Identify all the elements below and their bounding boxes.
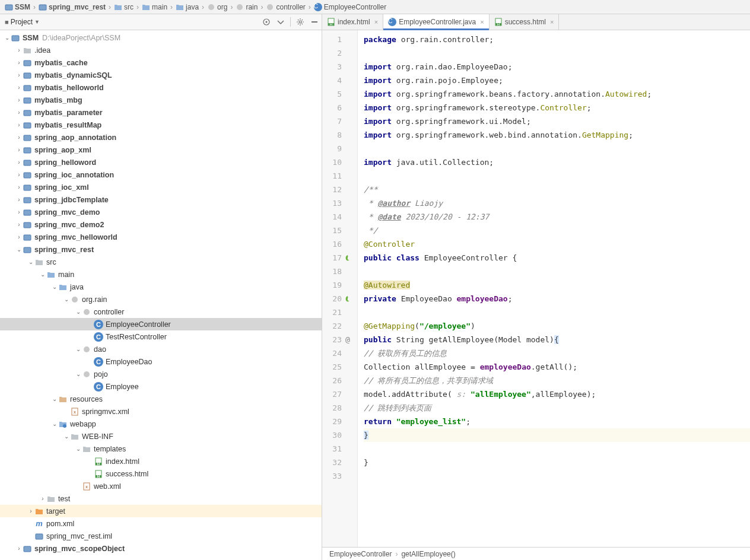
tree-item[interactable]: ›spring_helloword xyxy=(0,156,322,168)
expand-arrow-icon[interactable]: › xyxy=(15,109,23,116)
code-area[interactable]: package org.rain.controller;import org.r… xyxy=(358,30,750,547)
code-line[interactable] xyxy=(364,265,750,278)
code-line[interactable]: import org.springframework.stereotype.Co… xyxy=(364,101,750,114)
gutter-line[interactable]: 18 xyxy=(322,265,357,278)
gutter-line[interactable]: 19 xyxy=(322,278,357,292)
hide-icon[interactable] xyxy=(309,16,320,28)
expand-arrow-icon[interactable]: ⌄ xyxy=(15,246,23,253)
tree-item[interactable]: ⌄spring_mvc_rest xyxy=(0,243,322,256)
editor-breadcrumb[interactable]: EmployeeController › getAllEmployee() xyxy=(322,547,750,560)
gutter-line[interactable]: 3 xyxy=(322,60,357,74)
tree-item[interactable]: xspringmvc.xml xyxy=(0,405,322,418)
gutter-line[interactable]: 21 xyxy=(322,306,357,319)
gutter-line[interactable]: 1 xyxy=(322,33,357,46)
code-line[interactable]: import org.springframework.web.bind.anno… xyxy=(364,128,750,142)
expand-arrow-icon[interactable]: › xyxy=(39,495,46,502)
gutter-line[interactable]: 11 xyxy=(322,169,357,183)
tree-item[interactable]: ›spring_aop_annotation xyxy=(0,131,322,144)
expand-arrow-icon[interactable]: › xyxy=(15,545,23,552)
close-tab-icon[interactable]: × xyxy=(550,18,554,26)
gutter-line[interactable]: 22 xyxy=(322,319,357,333)
tree-item[interactable]: ›mybatis_cache xyxy=(0,56,322,69)
code-line[interactable]: model.addAttribute( s: "allEmployee",all… xyxy=(364,387,750,401)
code-line[interactable] xyxy=(364,169,750,183)
expand-arrow-icon[interactable]: ⌄ xyxy=(75,346,82,352)
gutter-line[interactable]: 15 xyxy=(322,224,357,237)
tree-item[interactable]: ⌄src xyxy=(0,256,322,268)
tree-item[interactable]: ›spring_ioc_annotation xyxy=(0,168,322,181)
tree-item[interactable]: ⌄controller xyxy=(0,306,322,318)
code-line[interactable]: return "employee_list"; xyxy=(364,415,750,428)
code-line[interactable]: Collection allEmployee = employeeDao.get… xyxy=(364,360,750,374)
expand-arrow-icon[interactable]: › xyxy=(15,47,23,53)
tree-item[interactable]: ›mybatis_mbg xyxy=(0,94,322,106)
code-line[interactable] xyxy=(364,469,750,483)
breadcrumb-item[interactable]: SSM xyxy=(4,3,31,11)
editor-tab[interactable]: CEmployeeController.java× xyxy=(383,14,490,30)
code-line[interactable]: * @author Liaojy xyxy=(364,196,750,210)
expand-arrow-icon[interactable]: › xyxy=(15,122,23,128)
locate-icon[interactable] xyxy=(260,16,272,28)
expand-arrow-icon[interactable]: ⌄ xyxy=(75,308,82,315)
gutter-line[interactable]: 26 xyxy=(322,374,357,387)
line-gutter[interactable]: 1234567891011121314151617181920212223@24… xyxy=(322,30,358,547)
code-line[interactable]: import org.springframework.beans.factory… xyxy=(364,87,750,101)
gutter-line[interactable]: 13 xyxy=(322,196,357,210)
gutter-line[interactable]: 7 xyxy=(322,114,357,128)
code-line[interactable]: @GetMapping("/employee") xyxy=(364,319,750,333)
expand-arrow-icon[interactable]: ⌄ xyxy=(39,271,46,278)
tree-item[interactable]: ⌄WEB-INF xyxy=(0,430,322,443)
expand-arrow-icon[interactable]: › xyxy=(15,221,23,228)
tree-item[interactable]: CTestRestController xyxy=(0,330,322,343)
gutter-line[interactable]: 14 xyxy=(322,210,357,224)
expand-arrow-icon[interactable]: › xyxy=(15,59,23,66)
gutter-line[interactable]: 16 xyxy=(322,237,357,251)
tree-item[interactable]: ›spring_mvc_demo2 xyxy=(0,218,322,231)
code-line[interactable]: @Controller xyxy=(364,237,750,251)
expand-arrow-icon[interactable]: ⌄ xyxy=(51,284,58,290)
tree-item[interactable]: ⌄resources xyxy=(0,393,322,405)
tree-item[interactable]: ⌄dao xyxy=(0,343,322,355)
expand-arrow-icon[interactable]: ⌄ xyxy=(75,371,82,377)
tree-item[interactable]: ⌄org.rain xyxy=(0,293,322,306)
tree-item[interactable]: ⌄SSMD:\ideaPorject\Apr\SSM xyxy=(0,31,322,44)
tree-item[interactable]: ›target xyxy=(0,505,322,517)
code-line[interactable]: private EmployeeDao employeeDao; xyxy=(364,292,750,306)
settings-icon[interactable] xyxy=(294,16,306,28)
tree-item[interactable]: Hindex.html xyxy=(0,455,322,467)
code-line[interactable]: @Autowired xyxy=(364,278,750,292)
breadcrumb-item[interactable]: rain xyxy=(234,3,259,11)
close-tab-icon[interactable]: × xyxy=(374,18,378,26)
code-line[interactable]: import org.rain.pojo.Employee; xyxy=(364,74,750,87)
code-line[interactable]: } xyxy=(364,428,750,442)
tree-item[interactable]: ⌄java xyxy=(0,281,322,293)
tree-item[interactable]: ›spring_mvc_demo xyxy=(0,206,322,218)
tree-item[interactable]: ›mybatis_dynamicSQL xyxy=(0,69,322,81)
tree-item[interactable]: ›spring_ioc_xml xyxy=(0,181,322,193)
tree-item[interactable]: CEmployeeDao xyxy=(0,355,322,368)
gutter-line[interactable]: 5 xyxy=(322,87,357,101)
expand-arrow-icon[interactable]: › xyxy=(15,97,23,103)
tree-item[interactable]: ⌄webapp xyxy=(0,418,322,430)
tree-item[interactable]: spring_mvc_rest.iml xyxy=(0,530,322,542)
expand-arrow-icon[interactable]: › xyxy=(15,84,23,91)
tree-item[interactable]: ›spring_mvc_scopeObject xyxy=(0,542,322,555)
breadcrumb-item[interactable]: CEmployeeController xyxy=(313,3,387,11)
code-line[interactable]: // 获取所有员工的信息 xyxy=(364,346,750,360)
tree-item[interactable]: xweb.xml xyxy=(0,480,322,492)
expand-arrow-icon[interactable]: › xyxy=(15,134,23,141)
gutter-line[interactable]: 2 xyxy=(322,46,357,60)
expand-arrow-icon[interactable]: › xyxy=(15,234,23,240)
gutter-line[interactable]: 9 xyxy=(322,142,357,155)
breadcrumb-item[interactable]: spring_mvc_rest xyxy=(37,3,107,11)
gutter-line[interactable]: 17 xyxy=(322,251,357,265)
expand-arrow-icon[interactable]: › xyxy=(15,196,23,203)
breadcrumb-item[interactable]: java xyxy=(174,3,200,11)
expand-arrow-icon[interactable]: ⌄ xyxy=(51,421,58,427)
gutter-line[interactable]: 25 xyxy=(322,360,357,374)
gutter-line[interactable]: 4 xyxy=(322,74,357,87)
code-line[interactable]: package org.rain.controller; xyxy=(364,33,750,46)
expand-icon[interactable] xyxy=(275,16,287,28)
editor-tab[interactable]: Hsuccess.html× xyxy=(490,14,560,30)
tree-item[interactable]: CEmployeeController xyxy=(0,318,322,330)
